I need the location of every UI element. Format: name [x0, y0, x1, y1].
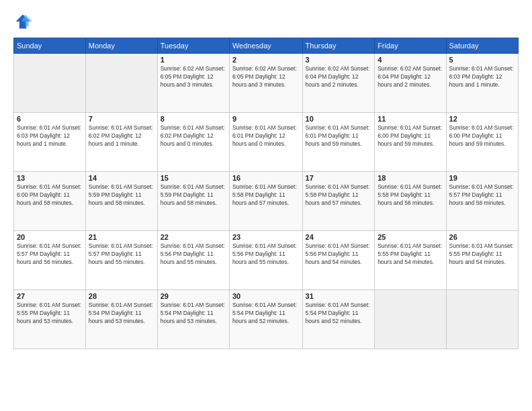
calendar-week-5: 27Sunrise: 6:01 AM Sunset: 5:55 PM Dayli… — [14, 290, 519, 349]
logo-icon — [13, 12, 32, 31]
header-row: SundayMondayTuesdayWednesdayThursdayFrid… — [14, 38, 519, 54]
calendar-week-3: 13Sunrise: 6:01 AM Sunset: 6:00 PM Dayli… — [14, 172, 519, 231]
day-header-tuesday: Tuesday — [157, 38, 229, 54]
day-number: 22 — [161, 233, 226, 241]
calendar-cell: 7Sunrise: 6:01 AM Sunset: 6:02 PM Daylig… — [85, 113, 157, 172]
day-info: Sunrise: 6:01 AM Sunset: 5:57 PM Dayligh… — [89, 242, 154, 267]
calendar-cell: 31Sunrise: 6:01 AM Sunset: 5:54 PM Dayli… — [302, 290, 375, 349]
day-number: 19 — [449, 174, 515, 182]
day-number: 12 — [449, 115, 515, 123]
day-info: Sunrise: 6:01 AM Sunset: 5:56 PM Dayligh… — [306, 242, 372, 267]
day-number: 14 — [89, 174, 154, 182]
day-number: 27 — [17, 292, 83, 300]
calendar-cell: 25Sunrise: 6:01 AM Sunset: 5:55 PM Dayli… — [375, 231, 446, 290]
day-number: 13 — [17, 174, 83, 182]
calendar-cell — [446, 290, 518, 349]
calendar-cell: 4Sunrise: 6:02 AM Sunset: 6:04 PM Daylig… — [375, 54, 446, 113]
calendar-week-2: 6Sunrise: 6:01 AM Sunset: 6:03 PM Daylig… — [14, 113, 519, 172]
day-number: 28 — [89, 292, 154, 300]
calendar-cell: 13Sunrise: 6:01 AM Sunset: 6:00 PM Dayli… — [14, 172, 86, 231]
day-info: Sunrise: 6:02 AM Sunset: 6:05 PM Dayligh… — [161, 65, 226, 89]
day-info: Sunrise: 6:01 AM Sunset: 5:54 PM Dayligh… — [161, 302, 226, 326]
day-header-sunday: Sunday — [14, 38, 86, 54]
day-number: 16 — [232, 174, 300, 182]
calendar-cell: 17Sunrise: 6:01 AM Sunset: 5:58 PM Dayli… — [302, 172, 375, 231]
day-info: Sunrise: 6:01 AM Sunset: 5:59 PM Dayligh… — [161, 183, 226, 208]
day-number: 18 — [378, 174, 443, 182]
day-info: Sunrise: 6:01 AM Sunset: 5:57 PM Dayligh… — [449, 183, 515, 208]
day-info: Sunrise: 6:01 AM Sunset: 6:00 PM Dayligh… — [17, 183, 83, 208]
day-info: Sunrise: 6:01 AM Sunset: 6:02 PM Dayligh… — [89, 124, 154, 148]
day-info: Sunrise: 6:01 AM Sunset: 5:59 PM Dayligh… — [89, 183, 154, 208]
day-header-thursday: Thursday — [302, 38, 375, 54]
day-info: Sunrise: 6:01 AM Sunset: 6:00 PM Dayligh… — [378, 124, 443, 148]
day-info: Sunrise: 6:01 AM Sunset: 6:01 PM Dayligh… — [232, 124, 300, 148]
day-number: 21 — [89, 233, 154, 241]
day-info: Sunrise: 6:02 AM Sunset: 6:04 PM Dayligh… — [378, 65, 443, 89]
day-header-saturday: Saturday — [446, 38, 518, 54]
day-info: Sunrise: 6:01 AM Sunset: 6:03 PM Dayligh… — [449, 65, 515, 89]
day-number: 9 — [232, 115, 300, 123]
calendar-cell: 2Sunrise: 6:02 AM Sunset: 6:05 PM Daylig… — [229, 54, 302, 113]
day-info: Sunrise: 6:01 AM Sunset: 5:54 PM Dayligh… — [232, 302, 300, 326]
day-info: Sunrise: 6:02 AM Sunset: 6:04 PM Dayligh… — [306, 65, 372, 89]
calendar-week-1: 1Sunrise: 6:02 AM Sunset: 6:05 PM Daylig… — [14, 54, 519, 113]
calendar-cell: 10Sunrise: 6:01 AM Sunset: 6:01 PM Dayli… — [302, 113, 375, 172]
calendar-cell: 11Sunrise: 6:01 AM Sunset: 6:00 PM Dayli… — [375, 113, 446, 172]
day-number: 23 — [232, 233, 300, 241]
calendar-cell: 8Sunrise: 6:01 AM Sunset: 6:02 PM Daylig… — [157, 113, 229, 172]
day-number: 29 — [161, 292, 226, 300]
day-info: Sunrise: 6:01 AM Sunset: 6:00 PM Dayligh… — [449, 124, 515, 148]
day-number: 4 — [378, 56, 443, 64]
calendar-cell: 23Sunrise: 6:01 AM Sunset: 5:56 PM Dayli… — [229, 231, 302, 290]
day-info: Sunrise: 6:01 AM Sunset: 5:55 PM Dayligh… — [17, 302, 83, 326]
day-number: 15 — [161, 174, 226, 182]
day-number: 7 — [89, 115, 154, 123]
day-info: Sunrise: 6:01 AM Sunset: 5:58 PM Dayligh… — [306, 183, 372, 208]
day-info: Sunrise: 6:01 AM Sunset: 6:02 PM Dayligh… — [161, 124, 226, 148]
calendar-cell — [375, 290, 446, 349]
calendar-cell — [85, 54, 157, 113]
day-info: Sunrise: 6:01 AM Sunset: 5:58 PM Dayligh… — [378, 183, 443, 208]
day-number: 31 — [306, 292, 372, 300]
calendar-cell: 24Sunrise: 6:01 AM Sunset: 5:56 PM Dayli… — [302, 231, 375, 290]
calendar-cell: 30Sunrise: 6:01 AM Sunset: 5:54 PM Dayli… — [229, 290, 302, 349]
calendar-cell: 9Sunrise: 6:01 AM Sunset: 6:01 PM Daylig… — [229, 113, 302, 172]
day-number: 24 — [306, 233, 372, 241]
day-header-friday: Friday — [375, 38, 446, 54]
day-number: 11 — [378, 115, 443, 123]
day-info: Sunrise: 6:01 AM Sunset: 5:55 PM Dayligh… — [449, 242, 515, 267]
calendar-cell: 27Sunrise: 6:01 AM Sunset: 5:55 PM Dayli… — [14, 290, 86, 349]
calendar-table: SundayMondayTuesdayWednesdayThursdayFrid… — [13, 38, 519, 349]
page: SundayMondayTuesdayWednesdayThursdayFrid… — [0, 0, 532, 411]
day-number: 8 — [161, 115, 226, 123]
day-header-wednesday: Wednesday — [229, 38, 302, 54]
calendar-body: 1Sunrise: 6:02 AM Sunset: 6:05 PM Daylig… — [14, 54, 519, 349]
calendar-cell: 14Sunrise: 6:01 AM Sunset: 5:59 PM Dayli… — [85, 172, 157, 231]
day-number: 30 — [232, 292, 300, 300]
logo-area — [13, 12, 34, 31]
day-number: 20 — [17, 233, 83, 241]
calendar-cell: 1Sunrise: 6:02 AM Sunset: 6:05 PM Daylig… — [157, 54, 229, 113]
day-info: Sunrise: 6:01 AM Sunset: 5:54 PM Dayligh… — [306, 302, 372, 326]
calendar-cell: 22Sunrise: 6:01 AM Sunset: 5:56 PM Dayli… — [157, 231, 229, 290]
day-number: 2 — [232, 56, 300, 64]
day-number: 6 — [17, 115, 83, 123]
header — [13, 12, 519, 31]
day-info: Sunrise: 6:02 AM Sunset: 6:05 PM Dayligh… — [232, 65, 300, 89]
calendar-cell: 21Sunrise: 6:01 AM Sunset: 5:57 PM Dayli… — [85, 231, 157, 290]
day-info: Sunrise: 6:01 AM Sunset: 5:58 PM Dayligh… — [232, 183, 300, 208]
calendar-cell: 20Sunrise: 6:01 AM Sunset: 5:57 PM Dayli… — [14, 231, 86, 290]
calendar-cell: 28Sunrise: 6:01 AM Sunset: 5:54 PM Dayli… — [85, 290, 157, 349]
day-info: Sunrise: 6:01 AM Sunset: 5:55 PM Dayligh… — [378, 242, 443, 267]
day-header-monday: Monday — [85, 38, 157, 54]
day-number: 17 — [306, 174, 372, 182]
day-number: 5 — [449, 56, 515, 64]
calendar-cell: 5Sunrise: 6:01 AM Sunset: 6:03 PM Daylig… — [446, 54, 518, 113]
day-info: Sunrise: 6:01 AM Sunset: 5:56 PM Dayligh… — [232, 242, 300, 267]
day-number: 26 — [449, 233, 515, 241]
calendar-cell: 18Sunrise: 6:01 AM Sunset: 5:58 PM Dayli… — [375, 172, 446, 231]
calendar-cell: 3Sunrise: 6:02 AM Sunset: 6:04 PM Daylig… — [302, 54, 375, 113]
day-number: 3 — [306, 56, 372, 64]
day-info: Sunrise: 6:01 AM Sunset: 5:57 PM Dayligh… — [17, 242, 83, 267]
